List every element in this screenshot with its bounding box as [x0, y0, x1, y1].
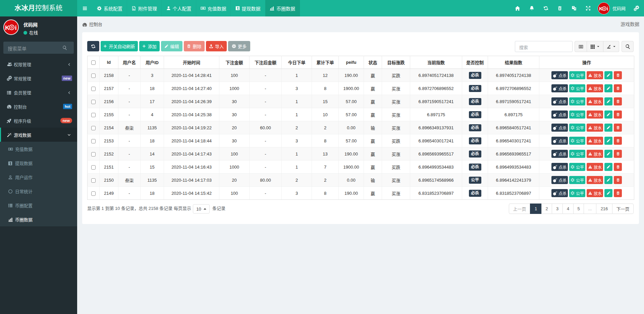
svg-text:i: i — [15, 24, 17, 31]
svg-text:i: i — [607, 6, 608, 11]
